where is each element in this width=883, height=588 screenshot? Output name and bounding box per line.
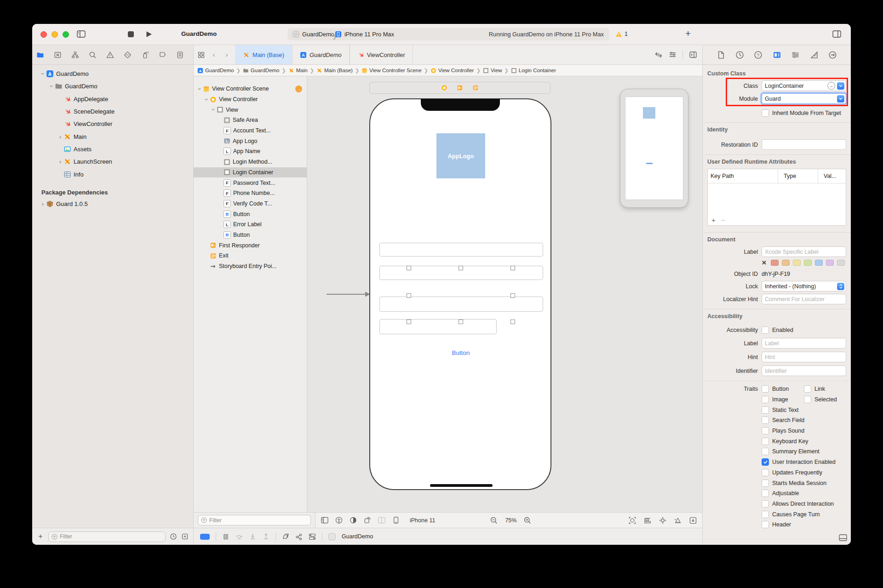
outline-toggle-icon[interactable] (321, 517, 328, 524)
view-controller-frame[interactable]: AppLogo Button (369, 98, 551, 490)
verify-code-textfield[interactable] (379, 319, 497, 334)
view-controller-icon[interactable] (441, 85, 447, 91)
environment-overrides-icon[interactable] (309, 533, 316, 540)
storyboard-canvas[interactable]: AppLogo Button (307, 76, 702, 512)
inspector-tab-history-inspector-icon[interactable] (735, 51, 744, 59)
outline-item-view-controller-scene[interactable]: ›View Controller Scene→ (194, 84, 307, 94)
toggle-inspector-icon[interactable] (831, 29, 842, 39)
trait-checkbox[interactable] (762, 448, 769, 455)
breadcrumb-view-controller[interactable]: View Controller (430, 68, 474, 74)
close-window-button[interactable] (40, 31, 47, 38)
outline-item-password-text-[interactable]: FPassword Text... (194, 177, 307, 188)
navigator-item-appdelegate[interactable]: AppDelegate (32, 93, 193, 105)
a11y-hint-field[interactable] (762, 352, 846, 362)
disclosure-chevron-icon[interactable]: › (49, 83, 55, 90)
pause-execution-icon[interactable] (222, 533, 229, 540)
breadcrumb-main[interactable]: Main (288, 68, 308, 74)
label-color-swatch-0[interactable] (771, 260, 779, 266)
label-color-swatch-3[interactable] (804, 260, 812, 266)
device-icon[interactable] (392, 517, 400, 524)
trait-checkbox[interactable] (762, 438, 769, 445)
nav-tab-breakpoint-navigator-icon[interactable] (158, 51, 166, 59)
storyboard-entry-arrow[interactable] (326, 291, 372, 298)
trait-checkbox[interactable] (762, 469, 769, 476)
editor-options-icon[interactable] (669, 51, 676, 58)
a11y-label-field[interactable] (762, 338, 846, 348)
trait-checkbox[interactable] (762, 385, 769, 393)
disclosure-chevron-icon[interactable]: › (204, 96, 210, 103)
outline-item-button[interactable]: BButton (194, 209, 307, 219)
inspector-tab-connections-inspector-icon[interactable] (828, 51, 837, 59)
disclosure-chevron-icon[interactable]: › (40, 71, 46, 77)
selection-handle[interactable] (459, 320, 463, 324)
device-menu[interactable]: iPhone 11 (410, 517, 435, 524)
button-view[interactable]: Button (440, 349, 482, 356)
selection-handle[interactable] (510, 293, 515, 298)
runtime-attributes-table[interactable]: Key Path Type Val... + − (707, 169, 846, 226)
outline-item-exit[interactable]: Exit (194, 251, 307, 261)
localizer-hint-field[interactable] (762, 294, 846, 304)
jump-to-class-icon[interactable]: → (827, 82, 835, 90)
nav-tab-find-navigator-icon[interactable] (88, 51, 97, 59)
disclosure-chevron-icon[interactable]: › (40, 201, 46, 207)
disclosure-chevron-icon[interactable]: › (57, 159, 63, 165)
breadcrumb-login-container[interactable]: Login Container (511, 68, 556, 74)
a11y-identifier-field[interactable] (762, 365, 846, 376)
nav-tab-symbol-navigator-icon[interactable] (71, 51, 79, 59)
breadcrumb-guarddemo[interactable]: GuardDemo (243, 68, 280, 74)
update-frames-icon[interactable] (629, 517, 636, 524)
document-label-field[interactable] (762, 246, 846, 257)
trait-keyboard-key[interactable]: Keyboard Key (762, 438, 816, 445)
trait-selected[interactable]: Selected (804, 396, 846, 403)
inspector-tab-identity-inspector-icon[interactable] (773, 51, 781, 59)
stop-button[interactable] (126, 29, 136, 39)
label-color-swatch-6[interactable] (837, 260, 845, 266)
app-process-icon[interactable] (328, 533, 336, 540)
navigator-item-guarddemo[interactable]: ›AGuardDemo (32, 68, 193, 80)
remove-attribute-button[interactable]: − (721, 216, 725, 224)
module-field[interactable]: Guard (762, 93, 846, 104)
recent-files-icon[interactable] (170, 533, 177, 540)
outline-item-app-name[interactable]: LApp Name (194, 146, 307, 157)
no-color-button[interactable]: ✕ (762, 259, 767, 266)
add-constraints-icon[interactable] (659, 517, 666, 524)
step-into-icon[interactable] (249, 533, 256, 540)
outline-filter-field[interactable]: Filter (198, 515, 311, 525)
disclosure-chevron-icon[interactable]: › (211, 107, 217, 113)
zoom-out-icon[interactable] (490, 517, 498, 524)
tab-guarddemo[interactable]: AGuardDemo (292, 45, 350, 64)
accessibility-preview-icon[interactable] (335, 517, 343, 524)
go-back-icon[interactable]: ‹ (210, 51, 218, 58)
new-tab-button[interactable]: + (685, 28, 691, 39)
tab-overview-icon[interactable] (197, 51, 205, 58)
trait-allows-direct-interaction[interactable]: Allows Direct Interaction (762, 500, 816, 508)
class-field[interactable]: LoginContainer → (762, 80, 846, 91)
trait-checkbox[interactable] (762, 406, 769, 414)
outline-item-storyboard-entry-poi-[interactable]: Storyboard Entry Poi... (194, 261, 307, 272)
add-file-button[interactable]: + (37, 533, 44, 540)
scheme-device-label[interactable]: iPhone 11 Pro Max (344, 31, 394, 38)
trait-checkbox[interactable] (762, 490, 769, 497)
code-review-icon[interactable] (655, 51, 662, 58)
trait-adjustable[interactable]: Adjustable (762, 490, 816, 497)
nav-tab-source-control-icon[interactable] (53, 51, 62, 59)
outline-item-phone-numbe-[interactable]: FPhone Numbe... (194, 188, 307, 199)
selection-handle[interactable] (510, 266, 515, 270)
add-editor-icon[interactable] (689, 51, 697, 58)
trait-header[interactable]: Header (762, 521, 816, 528)
nav-tab-debug-navigator-icon[interactable] (141, 51, 149, 59)
embed-icon[interactable] (689, 517, 697, 524)
zoom-window-button[interactable] (63, 31, 69, 38)
lock-stepper-icon[interactable] (837, 283, 844, 290)
navigator-item-scenedelegate[interactable]: SceneDelegate (32, 105, 193, 118)
minimize-window-button[interactable] (52, 31, 58, 38)
phone-number-textfield[interactable] (379, 297, 543, 312)
trait-checkbox[interactable] (762, 521, 769, 528)
memory-graph-icon[interactable] (295, 533, 303, 540)
package-item-guard[interactable]: ›Guard 1.0.5 (32, 198, 193, 210)
lock-dropdown[interactable]: Inherited - (Nothing) (762, 281, 846, 291)
outline-item-app-logo[interactable]: App Logo (194, 136, 307, 146)
navigator-item-assets[interactable]: Assets (32, 143, 193, 155)
label-color-swatch-1[interactable] (782, 260, 790, 266)
toggle-navigator-icon[interactable] (76, 29, 86, 39)
